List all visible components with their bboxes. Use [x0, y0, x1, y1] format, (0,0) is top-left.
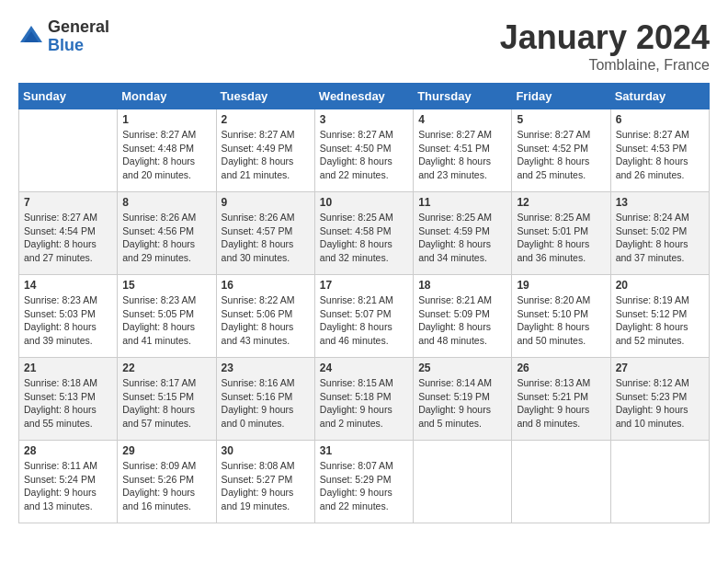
day-info: Sunrise: 8:20 AM Sunset: 5:10 PM Dayligh…	[517, 293, 605, 348]
calendar-cell: 10Sunrise: 8:25 AM Sunset: 4:58 PM Dayli…	[314, 192, 413, 275]
day-number: 12	[517, 196, 605, 209]
calendar-cell: 1Sunrise: 8:27 AM Sunset: 4:48 PM Daylig…	[118, 109, 216, 192]
calendar-cell: 7Sunrise: 8:27 AM Sunset: 4:54 PM Daylig…	[19, 192, 118, 275]
day-number: 11	[418, 196, 506, 209]
day-info: Sunrise: 8:27 AM Sunset: 4:50 PM Dayligh…	[320, 128, 408, 182]
col-wednesday: Wednesday	[314, 84, 413, 109]
day-info: Sunrise: 8:19 AM Sunset: 5:12 PM Dayligh…	[616, 293, 704, 348]
calendar-cell: 11Sunrise: 8:25 AM Sunset: 4:59 PM Dayli…	[414, 192, 512, 275]
calendar-table: Sunday Monday Tuesday Wednesday Thursday…	[18, 83, 710, 523]
day-number: 17	[320, 279, 408, 292]
day-number: 4	[418, 113, 506, 126]
col-saturday: Saturday	[610, 84, 709, 109]
calendar-cell	[414, 441, 512, 523]
day-number: 9	[222, 196, 310, 209]
calendar-cell: 27Sunrise: 8:12 AM Sunset: 5:23 PM Dayli…	[610, 358, 709, 441]
day-number: 2	[222, 113, 310, 126]
day-info: Sunrise: 8:25 AM Sunset: 4:59 PM Dayligh…	[418, 211, 506, 265]
day-info: Sunrise: 8:23 AM Sunset: 5:05 PM Dayligh…	[122, 293, 210, 348]
calendar-cell: 17Sunrise: 8:21 AM Sunset: 5:07 PM Dayli…	[314, 275, 413, 358]
page-header: General Blue January 2024 Tomblaine, Fra…	[18, 18, 710, 74]
calendar-cell: 2Sunrise: 8:27 AM Sunset: 4:49 PM Daylig…	[216, 109, 314, 192]
day-number: 25	[418, 362, 506, 374]
day-number: 26	[517, 362, 605, 374]
calendar-cell: 16Sunrise: 8:22 AM Sunset: 5:06 PM Dayli…	[216, 275, 314, 358]
day-number: 3	[320, 113, 408, 126]
calendar-cell: 30Sunrise: 8:08 AM Sunset: 5:27 PM Dayli…	[216, 441, 314, 523]
day-number: 18	[418, 279, 506, 292]
day-info: Sunrise: 8:14 AM Sunset: 5:19 PM Dayligh…	[418, 376, 506, 431]
day-info: Sunrise: 8:27 AM Sunset: 4:52 PM Dayligh…	[517, 128, 605, 182]
calendar-cell	[610, 441, 709, 523]
calendar-cell: 25Sunrise: 8:14 AM Sunset: 5:19 PM Dayli…	[414, 358, 512, 441]
calendar-cell: 31Sunrise: 8:07 AM Sunset: 5:29 PM Dayli…	[314, 441, 413, 523]
day-info: Sunrise: 8:27 AM Sunset: 4:49 PM Dayligh…	[222, 128, 310, 182]
day-info: Sunrise: 8:27 AM Sunset: 4:48 PM Dayligh…	[122, 128, 210, 182]
day-info: Sunrise: 8:16 AM Sunset: 5:16 PM Dayligh…	[222, 376, 310, 431]
day-number: 22	[122, 362, 210, 374]
calendar-cell: 12Sunrise: 8:25 AM Sunset: 5:01 PM Dayli…	[512, 192, 610, 275]
calendar-cell: 29Sunrise: 8:09 AM Sunset: 5:26 PM Dayli…	[118, 441, 216, 523]
day-info: Sunrise: 8:11 AM Sunset: 5:24 PM Dayligh…	[24, 459, 112, 513]
header-row: Sunday Monday Tuesday Wednesday Thursday…	[19, 84, 710, 109]
day-number: 16	[222, 279, 310, 292]
day-info: Sunrise: 8:23 AM Sunset: 5:03 PM Dayligh…	[24, 293, 112, 348]
day-info: Sunrise: 8:27 AM Sunset: 4:53 PM Dayligh…	[616, 128, 704, 182]
day-info: Sunrise: 8:24 AM Sunset: 5:02 PM Dayligh…	[616, 211, 704, 265]
day-info: Sunrise: 8:13 AM Sunset: 5:21 PM Dayligh…	[517, 376, 605, 431]
day-number: 31	[320, 444, 408, 457]
day-number: 14	[24, 279, 112, 292]
col-monday: Monday	[118, 84, 216, 109]
month-title: January 2024	[500, 18, 710, 57]
day-number: 23	[222, 362, 310, 374]
day-info: Sunrise: 8:25 AM Sunset: 4:58 PM Dayligh…	[320, 211, 408, 265]
day-number: 29	[122, 444, 210, 457]
calendar-week-4: 21Sunrise: 8:18 AM Sunset: 5:13 PM Dayli…	[19, 358, 710, 441]
calendar-cell: 18Sunrise: 8:21 AM Sunset: 5:09 PM Dayli…	[414, 275, 512, 358]
day-number: 20	[616, 279, 704, 292]
day-info: Sunrise: 8:18 AM Sunset: 5:13 PM Dayligh…	[24, 376, 112, 431]
logo-icon	[18, 24, 44, 50]
logo-text: General Blue	[48, 18, 109, 55]
calendar-cell: 5Sunrise: 8:27 AM Sunset: 4:52 PM Daylig…	[512, 109, 610, 192]
logo-blue: Blue	[48, 37, 109, 55]
calendar-cell: 20Sunrise: 8:19 AM Sunset: 5:12 PM Dayli…	[610, 275, 709, 358]
calendar-cell	[19, 109, 118, 192]
logo-general: General	[48, 18, 109, 37]
calendar-week-1: 1Sunrise: 8:27 AM Sunset: 4:48 PM Daylig…	[19, 109, 710, 192]
calendar-cell	[512, 441, 610, 523]
day-info: Sunrise: 8:07 AM Sunset: 5:29 PM Dayligh…	[320, 459, 408, 513]
calendar-cell: 13Sunrise: 8:24 AM Sunset: 5:02 PM Dayli…	[610, 192, 709, 275]
calendar-cell: 26Sunrise: 8:13 AM Sunset: 5:21 PM Dayli…	[512, 358, 610, 441]
calendar-cell: 28Sunrise: 8:11 AM Sunset: 5:24 PM Dayli…	[19, 441, 118, 523]
col-friday: Friday	[512, 84, 610, 109]
calendar-cell: 4Sunrise: 8:27 AM Sunset: 4:51 PM Daylig…	[414, 109, 512, 192]
day-number: 24	[320, 362, 408, 374]
calendar-week-2: 7Sunrise: 8:27 AM Sunset: 4:54 PM Daylig…	[19, 192, 710, 275]
calendar-cell: 21Sunrise: 8:18 AM Sunset: 5:13 PM Dayli…	[19, 358, 118, 441]
calendar-cell: 19Sunrise: 8:20 AM Sunset: 5:10 PM Dayli…	[512, 275, 610, 358]
day-number: 28	[24, 444, 112, 457]
day-info: Sunrise: 8:22 AM Sunset: 5:06 PM Dayligh…	[222, 293, 310, 348]
day-number: 6	[616, 113, 704, 126]
day-number: 21	[24, 362, 112, 374]
calendar-cell: 23Sunrise: 8:16 AM Sunset: 5:16 PM Dayli…	[216, 358, 314, 441]
day-info: Sunrise: 8:17 AM Sunset: 5:15 PM Dayligh…	[122, 376, 210, 431]
day-number: 1	[122, 113, 210, 126]
day-info: Sunrise: 8:27 AM Sunset: 4:54 PM Dayligh…	[24, 211, 112, 265]
location: Tomblaine, France	[500, 57, 710, 74]
logo: General Blue	[18, 18, 109, 55]
calendar-cell: 22Sunrise: 8:17 AM Sunset: 5:15 PM Dayli…	[118, 358, 216, 441]
day-info: Sunrise: 8:08 AM Sunset: 5:27 PM Dayligh…	[222, 459, 310, 513]
day-info: Sunrise: 8:09 AM Sunset: 5:26 PM Dayligh…	[122, 459, 210, 513]
day-number: 15	[122, 279, 210, 292]
day-info: Sunrise: 8:21 AM Sunset: 5:07 PM Dayligh…	[320, 293, 408, 348]
title-block: January 2024 Tomblaine, France	[500, 18, 710, 74]
col-tuesday: Tuesday	[216, 84, 314, 109]
day-number: 5	[517, 113, 605, 126]
calendar-cell: 3Sunrise: 8:27 AM Sunset: 4:50 PM Daylig…	[314, 109, 413, 192]
day-number: 27	[616, 362, 704, 374]
day-number: 7	[24, 196, 112, 209]
calendar-cell: 9Sunrise: 8:26 AM Sunset: 4:57 PM Daylig…	[216, 192, 314, 275]
day-number: 19	[517, 279, 605, 292]
